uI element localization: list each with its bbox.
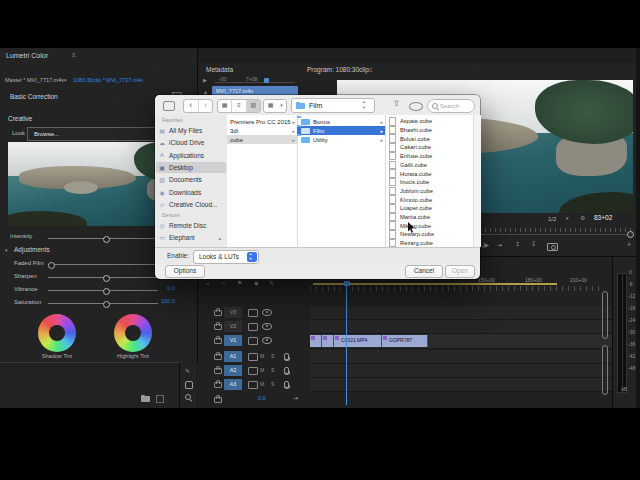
track-lock-icon[interactable] xyxy=(214,354,222,360)
file-row[interactable]: Enfuse.cube xyxy=(385,152,473,161)
track-lock-icon[interactable] xyxy=(214,310,222,316)
track-lock-icon[interactable] xyxy=(214,324,222,330)
timeline-ruler[interactable] xyxy=(310,286,602,291)
options-button[interactable]: Options xyxy=(165,265,205,278)
folder-row[interactable]: 3dl▸ xyxy=(227,126,297,135)
track-visibility-icon[interactable] xyxy=(262,309,272,316)
adjustments-label[interactable]: Adjustments xyxy=(14,247,50,254)
track-visibility-icon[interactable] xyxy=(262,323,272,330)
solo-button[interactable]: S xyxy=(271,354,274,359)
track-name-a1[interactable]: A1 xyxy=(224,351,242,362)
lift-icon[interactable]: ↥ xyxy=(515,241,520,247)
track-name-v2[interactable]: V2 xyxy=(224,321,242,332)
timeline-vscrollbar[interactable] xyxy=(602,291,608,339)
sidebar-item-creative-cloud[interactable]: ▱Creative Cloud... xyxy=(158,199,224,210)
play-in-out-icon[interactable]: |▶ xyxy=(483,242,489,248)
file-row[interactable]: Bhashi.cube xyxy=(385,126,473,135)
timeline-clip[interactable] xyxy=(310,335,322,347)
metadata-panel-tab[interactable]: Metadata xyxy=(206,67,233,74)
add-button-icon[interactable]: + xyxy=(627,241,631,248)
sidebar-item-all-my-files[interactable]: ▤All My Files xyxy=(158,125,224,136)
open-button[interactable]: Open xyxy=(445,265,475,278)
playhead-line[interactable] xyxy=(346,281,347,405)
chevron-down-icon[interactable]: ▾ xyxy=(5,248,8,253)
play-toggle-icon[interactable]: ▶ xyxy=(203,78,207,83)
settings-wrench-icon[interactable]: ⚙ xyxy=(580,215,585,221)
file-row[interactable]: Aspate.cube xyxy=(385,117,473,126)
solo-button[interactable]: S xyxy=(271,368,274,373)
program-panel-tab[interactable]: Program: 1080:30clip xyxy=(307,67,369,74)
zoom-tool-icon[interactable] xyxy=(185,394,191,400)
back-button[interactable]: ‹ xyxy=(184,100,199,112)
track-output-icon[interactable] xyxy=(248,337,258,345)
track-lock-icon[interactable] xyxy=(214,397,222,403)
column-scrollbar[interactable] xyxy=(473,115,481,247)
enable-dropdown[interactable]: Looks & LUTs ▴ ▾ xyxy=(193,250,259,264)
sidebar-item-icloud-drive[interactable]: ☁iCloud Drive xyxy=(158,137,224,148)
new-item-icon[interactable] xyxy=(156,395,164,403)
program-zoom-select[interactable]: 1/2 xyxy=(548,216,556,222)
folder-row[interactable]: Bonus▸ xyxy=(297,117,385,126)
saturation-value[interactable]: 100.0 xyxy=(161,299,175,305)
track-lock-icon[interactable] xyxy=(214,382,222,388)
track-visibility-icon[interactable] xyxy=(262,337,272,344)
sidebar-item-downloads[interactable]: ◉Downloads xyxy=(158,187,224,198)
list-view-button[interactable]: ≡ xyxy=(232,100,246,112)
file-row[interactable]: Cakari.cube xyxy=(385,143,473,152)
track-name-a3[interactable]: A3 xyxy=(224,379,242,390)
intensity-slider[interactable] xyxy=(48,238,158,239)
file-row[interactable]: Kimoto.cube xyxy=(385,195,473,204)
folder-row-selected[interactable]: cube▸ xyxy=(227,135,297,144)
sidebar-item-documents[interactable]: ▥Documents xyxy=(158,174,224,185)
share-icon[interactable]: ⇧ xyxy=(393,100,400,108)
file-row[interactable]: Marita.cube xyxy=(385,213,473,222)
timeline-vscrollbar[interactable] xyxy=(602,345,608,395)
track-lock-icon[interactable] xyxy=(214,368,222,374)
icon-view-button[interactable]: ▦ xyxy=(218,100,232,112)
faded-film-slider[interactable] xyxy=(48,264,158,265)
mute-button[interactable]: M xyxy=(260,368,264,373)
timeline-clip[interactable] xyxy=(322,335,334,347)
chevron-down-icon[interactable]: ▾ xyxy=(277,100,286,112)
folder-row-active[interactable]: Film▸ xyxy=(297,126,385,135)
go-to-next-edit-icon[interactable]: ⇥ xyxy=(497,242,502,248)
track-output-icon[interactable] xyxy=(248,353,258,361)
folder-row[interactable]: Premiere Pro CC 2015▸ xyxy=(227,117,297,126)
export-frame-icon[interactable] xyxy=(547,243,558,251)
metadata-playhead[interactable] xyxy=(264,78,269,83)
mute-button[interactable]: M xyxy=(260,354,264,359)
sharpen-slider[interactable] xyxy=(48,277,158,278)
file-row[interactable]: Hurata.cube xyxy=(385,169,473,178)
lumetri-panel-tab[interactable]: Lumetri Color xyxy=(6,52,48,59)
snap-icon[interactable]: ∩ xyxy=(221,280,225,286)
voiceover-record-icon[interactable] xyxy=(284,367,289,374)
column-view-button[interactable]: ▥ xyxy=(247,100,260,112)
panel-menu-icon[interactable]: ≡ xyxy=(72,52,76,58)
section-creative[interactable]: Creative xyxy=(8,116,32,123)
track-name-v3[interactable]: V3 xyxy=(224,307,242,318)
search-field[interactable]: Search xyxy=(427,99,475,113)
timeline-menu-icon[interactable]: « xyxy=(206,280,209,286)
file-row[interactable]: Galili.cube xyxy=(385,161,473,170)
track-output-icon[interactable] xyxy=(248,323,258,331)
tag-icon[interactable] xyxy=(409,102,423,111)
master-volume-value[interactable]: 0.0 xyxy=(258,396,266,402)
timeline-clip[interactable]: C0021.MP4 xyxy=(334,335,382,347)
track-lock-icon[interactable] xyxy=(214,338,222,344)
track-output-icon[interactable] xyxy=(248,309,258,317)
linked-selection-icon[interactable]: ⚑ xyxy=(237,280,242,286)
program-timecode[interactable]: 83+02 xyxy=(594,215,612,222)
add-marker-icon[interactable]: ◆ xyxy=(254,280,259,286)
file-row[interactable]: Joblom.cube xyxy=(385,187,473,196)
extract-icon[interactable]: ↧ xyxy=(531,241,536,247)
section-basic-correction[interactable]: Basic Correction xyxy=(10,94,58,101)
lumetri-sequence-clip[interactable]: 1080:30clip * MVI_7717.m4v xyxy=(73,78,143,84)
file-row[interactable]: Newarp.cube xyxy=(385,230,473,239)
voiceover-record-icon[interactable] xyxy=(284,353,289,360)
metadata-mini-ruler[interactable] xyxy=(215,82,295,83)
cancel-button[interactable]: Cancel xyxy=(405,265,443,278)
timeline-clip[interactable]: GOPR787 xyxy=(382,335,428,347)
track-name-a2[interactable]: A2 xyxy=(224,365,242,376)
pen-tool-icon[interactable]: ✎ xyxy=(185,368,190,374)
panel-menu-icon[interactable]: ≡ xyxy=(369,67,373,73)
